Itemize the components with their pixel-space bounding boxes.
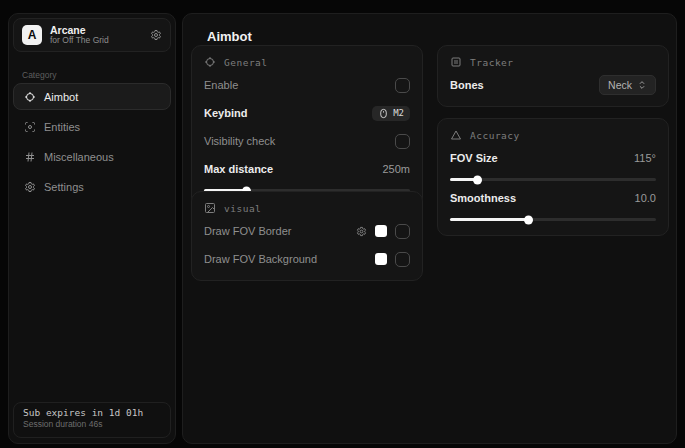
sidebar-item-label: Settings — [44, 181, 84, 193]
slider-thumb[interactable] — [524, 215, 533, 224]
visibility-check-label: Visibility check — [204, 135, 275, 147]
max-distance-value: 250m — [382, 163, 410, 175]
bones-select[interactable]: Neck — [599, 75, 656, 95]
keybind-value: M2 — [393, 108, 404, 118]
draw-fov-background-row: Draw FOV Background — [204, 248, 410, 270]
visibility-check-checkbox[interactable] — [395, 134, 410, 149]
radar-eye-icon — [23, 121, 36, 133]
enable-row: Enable — [204, 74, 410, 96]
sidebar-item-settings[interactable]: Settings — [13, 173, 171, 200]
enable-checkbox[interactable] — [395, 78, 410, 93]
max-distance-label: Max distance — [204, 163, 273, 175]
draw-fov-background-checkbox[interactable] — [395, 252, 410, 267]
sidebar-item-label: Miscellaneous — [44, 151, 114, 163]
triangle-icon — [450, 129, 462, 141]
main-panel: Aimbot General Enable Keybind M2 Visibil… — [182, 13, 677, 444]
category-label: Category — [22, 70, 57, 80]
gear-icon — [23, 181, 36, 193]
card-general: General Enable Keybind M2 Visibility che… — [191, 45, 423, 207]
sidebar-item-label: Aimbot — [44, 91, 78, 103]
crosshair-icon — [23, 91, 36, 103]
sub-expiry-text: Sub expires in 1d 01h — [23, 407, 161, 418]
app-header: A Arcane for Off The Grid — [13, 18, 171, 52]
smoothness-row: Smoothness 10.0 — [450, 187, 656, 209]
sidebar-nav: Aimbot Entities Miscellaneous Settings — [13, 83, 171, 200]
draw-fov-border-label: Draw FOV Border — [204, 225, 291, 237]
fov-background-color-swatch[interactable] — [375, 253, 387, 265]
slider-thumb[interactable] — [473, 175, 482, 184]
smoothness-label: Smoothness — [450, 192, 516, 204]
card-title: General — [224, 57, 268, 68]
enable-label: Enable — [204, 79, 238, 91]
card-title: Accuracy — [470, 130, 520, 141]
subscription-info: Sub expires in 1d 01h Session duration 4… — [13, 402, 171, 438]
sidebar: A Arcane for Off The Grid Category Aimbo… — [8, 13, 176, 444]
session-duration-text: Session duration 46s — [23, 419, 161, 429]
bones-label: Bones — [450, 79, 484, 91]
crosshair-icon — [204, 56, 216, 68]
card-title: visual — [224, 203, 261, 214]
card-accuracy: Accuracy FOV Size 115° Smoothness 10.0 — [437, 118, 669, 236]
smoothness-slider[interactable] — [450, 218, 656, 221]
image-icon — [204, 202, 216, 214]
page-title: Aimbot — [207, 29, 252, 44]
fov-size-label: FOV Size — [450, 152, 498, 164]
gear-icon[interactable] — [150, 29, 162, 41]
app-logo: A — [22, 25, 42, 45]
keybind-button[interactable]: M2 — [372, 106, 410, 121]
smoothness-value: 10.0 — [635, 192, 656, 204]
sidebar-item-miscellaneous[interactable]: Miscellaneous — [13, 143, 171, 170]
app-subtitle: for Off The Grid — [50, 36, 142, 46]
visibility-check-row: Visibility check — [204, 130, 410, 152]
tracker-icon — [450, 56, 462, 68]
keybind-label: Keybind — [204, 107, 247, 119]
mouse-icon — [378, 108, 389, 119]
chevrons-up-down-icon — [637, 80, 647, 90]
keybind-row: Keybind M2 — [204, 102, 410, 124]
card-title: Tracker — [470, 57, 514, 68]
sidebar-item-aimbot[interactable]: Aimbot — [13, 83, 171, 110]
gear-icon[interactable] — [356, 226, 367, 237]
bones-row: Bones Neck — [450, 74, 656, 96]
draw-fov-border-row: Draw FOV Border — [204, 220, 410, 242]
draw-fov-background-label: Draw FOV Background — [204, 253, 317, 265]
fov-size-slider[interactable] — [450, 178, 656, 181]
fov-border-color-swatch[interactable] — [375, 225, 387, 237]
draw-fov-border-checkbox[interactable] — [395, 224, 410, 239]
bones-selected-value: Neck — [608, 79, 632, 91]
card-tracker: Tracker Bones Neck — [437, 45, 669, 107]
fov-size-value: 115° — [634, 152, 656, 164]
max-distance-row: Max distance 250m — [204, 158, 410, 180]
fov-size-row: FOV Size 115° — [450, 147, 656, 169]
sidebar-item-label: Entities — [44, 121, 80, 133]
sidebar-item-entities[interactable]: Entities — [13, 113, 171, 140]
card-visual: visual Draw FOV Border Draw FOV Backgrou… — [191, 191, 423, 281]
hash-icon — [23, 151, 36, 163]
